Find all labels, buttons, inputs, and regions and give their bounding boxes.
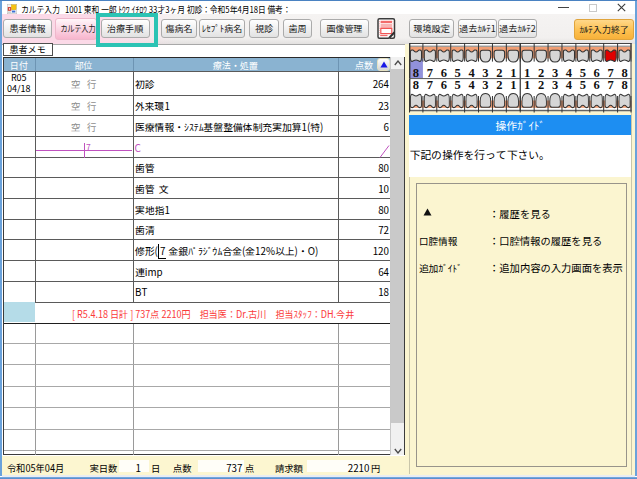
svg-text:4: 4 [565,78,572,92]
svg-text:7: 7 [426,78,432,92]
svg-text:8: 8 [412,78,418,92]
svg-text:2: 2 [538,78,544,92]
svg-text:5: 5 [579,78,585,92]
svg-text:1: 1 [524,78,530,92]
svg-text:5: 5 [454,78,460,92]
svg-text:8: 8 [621,78,627,92]
svg-text:7: 7 [607,78,613,92]
svg-text:1: 1 [510,78,516,92]
svg-text:3: 3 [482,78,488,92]
svg-text:4: 4 [468,78,475,92]
svg-text:3: 3 [551,78,557,92]
svg-text:6: 6 [440,78,446,92]
svg-text:2: 2 [496,78,502,92]
svg-text:6: 6 [593,78,599,92]
